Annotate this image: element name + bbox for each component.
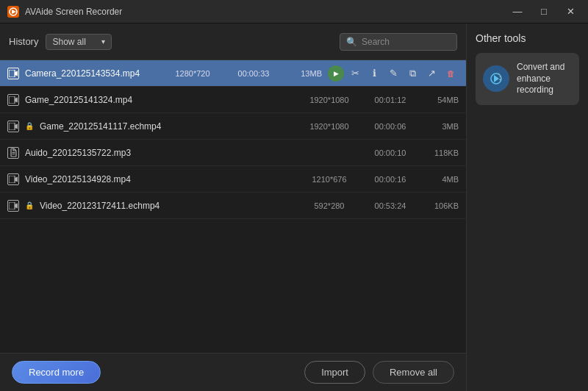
file-name: Game_220125141117.echmp4 xyxy=(40,121,294,132)
file-name: Video_220123172411.echmp4 xyxy=(40,201,294,211)
delete-action-button[interactable]: 🗑 xyxy=(442,65,459,82)
show-all-dropdown[interactable]: Show all ▾ xyxy=(46,34,112,50)
file-row[interactable]: Camera_220125143534.mp41280*72000:00:331… xyxy=(0,60,466,87)
svg-marker-13 xyxy=(15,203,18,208)
file-row[interactable]: 🔒Video_220123172411.echmp4592*28000:53:2… xyxy=(0,193,466,219)
file-size: 118KB xyxy=(422,148,459,157)
maximize-button[interactable]: □ xyxy=(534,4,554,19)
svg-rect-12 xyxy=(9,202,15,209)
title-bar: AVAide Screen Recorder — □ ✕ xyxy=(0,0,588,24)
main-layout: History Show all ▾ 🔍 Camera_220125143534… xyxy=(0,24,588,391)
svg-marker-11 xyxy=(15,176,18,182)
file-name: Game_220125141324.mp4 xyxy=(25,95,294,105)
edit-action-button[interactable]: ✎ xyxy=(385,65,401,82)
file-size: 54MB xyxy=(422,96,459,104)
video-type-icon xyxy=(7,173,19,185)
search-bar[interactable]: 🔍 xyxy=(340,33,457,51)
svg-marker-5 xyxy=(15,97,18,102)
toolbar: History Show all ▾ 🔍 xyxy=(0,24,466,60)
file-resolution: 1210*676 xyxy=(300,175,359,184)
svg-rect-10 xyxy=(9,176,15,183)
file-size: 13MB xyxy=(285,69,322,78)
chevron-down-icon: ▾ xyxy=(101,37,105,46)
file-row[interactable]: Video_220125134928.mp41210*67600:00:164M… xyxy=(0,166,466,193)
file-size: 106KB xyxy=(422,201,459,210)
right-panel: Other tools Convert and enhance recordin… xyxy=(467,24,588,391)
file-row[interactable]: Game_220125141324.mp41920*108000:01:1254… xyxy=(0,87,466,113)
lock-icon: 🔒 xyxy=(25,122,34,130)
file-name: Camera_220125143534.mp4 xyxy=(25,68,157,79)
file-resolution: 592*280 xyxy=(300,201,359,210)
svg-marker-1 xyxy=(12,10,16,14)
file-duration: 00:53:24 xyxy=(365,201,416,210)
tool-card-convert-enhance[interactable]: Convert and enhance recording xyxy=(476,53,579,105)
file-duration: 00:01:12 xyxy=(365,96,416,104)
record-more-button[interactable]: Record more xyxy=(12,361,101,384)
video-type-icon xyxy=(7,121,19,132)
remove-all-button[interactable]: Remove all xyxy=(373,361,454,384)
video-type-icon xyxy=(7,68,19,79)
tool-label-convert-enhance: Convert and enhance recording xyxy=(517,62,572,96)
file-size: 4MB xyxy=(422,175,459,184)
video-type-icon xyxy=(7,200,19,212)
search-input[interactable] xyxy=(362,37,451,47)
row-actions: ▶✂ℹ✎⧉↗🗑 xyxy=(328,65,459,82)
folder-action-button[interactable]: ⧉ xyxy=(404,65,420,82)
file-name: Video_220125134928.mp4 xyxy=(25,174,294,184)
svg-rect-2 xyxy=(9,70,15,77)
scissors-action-button[interactable]: ✂ xyxy=(347,65,363,82)
close-button[interactable]: ✕ xyxy=(560,4,581,19)
import-button[interactable]: Import xyxy=(304,361,365,384)
svg-marker-7 xyxy=(15,123,18,129)
minimize-button[interactable]: — xyxy=(507,4,528,19)
window-controls: — □ ✕ xyxy=(507,4,581,19)
file-resolution: 1920*1080 xyxy=(300,96,359,104)
other-tools-title: Other tools xyxy=(476,32,579,44)
file-duration: 00:00:10 xyxy=(365,148,416,157)
file-size: 3MB xyxy=(422,122,459,131)
file-duration: 00:00:16 xyxy=(365,175,416,184)
bottom-bar: Record more Import Remove all xyxy=(0,353,466,391)
file-duration: 00:00:06 xyxy=(365,122,416,131)
play-action-button[interactable]: ▶ xyxy=(328,65,344,82)
left-panel: History Show all ▾ 🔍 Camera_220125143534… xyxy=(0,24,467,391)
share-action-button[interactable]: ↗ xyxy=(423,65,440,82)
tool-icon-convert-enhance xyxy=(483,65,509,92)
file-list: Camera_220125143534.mp41280*72000:00:331… xyxy=(0,60,466,353)
file-name: Auido_220125135722.mp3 xyxy=(25,148,294,158)
tools-list: Convert and enhance recording xyxy=(476,53,579,105)
search-icon: 🔍 xyxy=(346,37,357,47)
history-label: History xyxy=(9,36,38,47)
file-row[interactable]: 🔒Game_220125141117.echmp41920*108000:00:… xyxy=(0,113,466,140)
show-all-label: Show all xyxy=(52,37,85,47)
svg-rect-4 xyxy=(9,96,15,104)
app-icon xyxy=(7,6,19,18)
file-row[interactable]: Auido_220125135722.mp300:00:10118KB xyxy=(0,140,466,166)
audio-type-icon xyxy=(7,147,19,159)
info-action-button[interactable]: ℹ xyxy=(366,65,382,82)
file-duration: 00:00:33 xyxy=(228,69,279,78)
svg-marker-3 xyxy=(15,71,18,76)
video-type-icon xyxy=(7,94,19,106)
lock-icon: 🔒 xyxy=(25,201,34,209)
file-resolution: 1920*1080 xyxy=(300,122,359,131)
app-title: AVAide Screen Recorder xyxy=(25,7,507,17)
svg-rect-6 xyxy=(9,123,15,130)
file-resolution: 1280*720 xyxy=(163,69,222,78)
